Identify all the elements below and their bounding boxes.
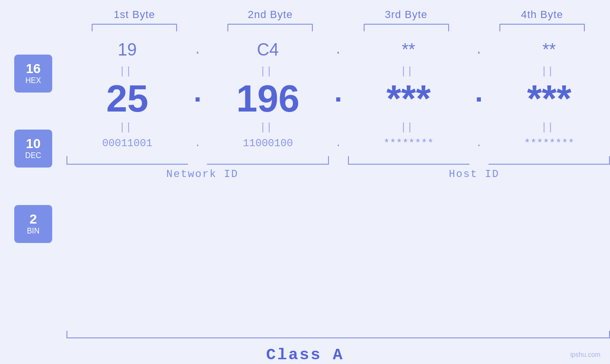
eq2-1: || [66, 121, 188, 133]
host-bracket-left [348, 156, 469, 165]
top-bracket-4 [499, 24, 585, 31]
badges-column: 16 HEX 10 DEC 2 BIN [0, 36, 66, 328]
eq-1: || [66, 65, 188, 77]
bracket-spacer-3 [469, 156, 488, 165]
dec-sep-2: . [329, 78, 348, 120]
hex-values-row: 19 . C4 . ** . ** [66, 36, 610, 64]
bracket-col-1 [66, 24, 202, 31]
bin-badge: 2 BIN [14, 205, 52, 243]
hex-val-1: 19 [66, 36, 188, 64]
top-bracket-3 [364, 24, 449, 31]
hex-badge-number: 16 [26, 62, 40, 75]
bracket-col-4 [474, 24, 610, 31]
hex-sep-3: . [469, 43, 488, 57]
bin-sep-2: . [329, 138, 348, 149]
watermark: ipshu.com [570, 351, 601, 358]
byte-headers-row: 1st Byte 2nd Byte 3rd Byte 4th Byte [0, 0, 610, 21]
hex-badge: 16 HEX [14, 55, 52, 93]
network-bracket-right [207, 156, 328, 165]
bin-val-3: ******** [348, 134, 469, 153]
bin-val-2: 11000100 [207, 134, 328, 153]
network-bracket-left [66, 156, 188, 165]
top-bracket-1 [92, 24, 177, 31]
dec-badge: 10 DEC [14, 130, 52, 168]
byte-header-1: 1st Byte [66, 9, 202, 21]
hex-badge-label: HEX [26, 76, 41, 85]
eq-row-2: || || || || [66, 120, 610, 134]
bracket-lines [66, 156, 610, 165]
dec-sep-3: . [469, 78, 488, 120]
dec-val-3: *** [348, 80, 469, 118]
byte-header-4: 4th Byte [474, 9, 610, 21]
full-bottom-bracket [66, 331, 610, 338]
hex-val-3: ** [348, 36, 469, 64]
main-content-area: 16 HEX 10 DEC 2 BIN 19 . C4 . ** . ** [0, 36, 610, 328]
class-label: Class A [0, 346, 610, 364]
eq2-2: || [207, 121, 328, 133]
dec-values-row: 25 . 196 . *** . *** [66, 78, 610, 120]
bin-badge-number: 2 [29, 213, 37, 226]
eq-3: || [348, 65, 469, 77]
data-columns: 19 . C4 . ** . ** || || || || 25 [66, 36, 610, 328]
dec-sep-1: . [188, 78, 207, 120]
dec-badge-number: 10 [26, 137, 40, 150]
bin-sep-3: . [469, 138, 488, 149]
network-id-label: Network ID [66, 168, 338, 180]
hex-sep-2: . [329, 43, 348, 57]
eq-row-1: || || || || [66, 64, 610, 78]
bin-val-1: 00011001 [66, 134, 188, 153]
eq2-4: || [488, 121, 610, 133]
bracket-spacer-1 [188, 156, 207, 165]
bin-badge-label: BIN [27, 227, 40, 235]
hex-val-4: ** [488, 36, 610, 64]
bracket-col-3 [338, 24, 474, 31]
bin-values-row: 00011001 . 11000100 . ******** . *******… [66, 134, 610, 153]
dec-val-4: *** [488, 80, 610, 118]
top-bracket-2 [227, 24, 313, 31]
bin-sep-1: . [188, 138, 207, 149]
main-container: 1st Byte 2nd Byte 3rd Byte 4th Byte 16 H… [0, 0, 610, 364]
bracket-col-2 [202, 24, 338, 31]
eq2-3: || [348, 121, 469, 133]
eq-4: || [488, 65, 610, 77]
host-bracket-right [488, 156, 610, 165]
id-labels: Network ID Host ID [66, 168, 610, 180]
bracket-spacer-2 [329, 156, 348, 165]
bin-val-4: ******** [488, 134, 610, 153]
hex-val-2: C4 [207, 36, 328, 64]
dec-val-1: 25 [66, 80, 188, 118]
dec-val-2: 196 [207, 80, 328, 118]
host-id-label: Host ID [338, 168, 610, 180]
hex-sep-1: . [188, 43, 207, 57]
bottom-bracket-area: Network ID Host ID [66, 156, 610, 180]
byte-header-3: 3rd Byte [338, 9, 474, 21]
dec-badge-label: DEC [25, 151, 41, 160]
eq-2: || [207, 65, 328, 77]
byte-header-2: 2nd Byte [202, 9, 338, 21]
top-bracket-row [0, 24, 610, 31]
